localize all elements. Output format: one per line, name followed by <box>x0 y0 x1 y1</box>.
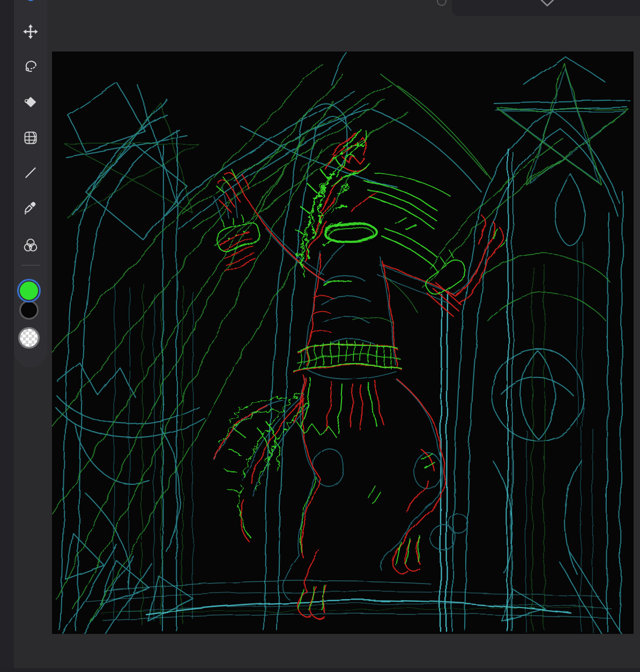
top-panel-collapse-button[interactable] <box>452 0 640 16</box>
move-tool-button[interactable] <box>20 21 41 42</box>
left-rail <box>0 0 14 672</box>
primary-color-swatch[interactable] <box>17 279 41 302</box>
fill-tool-button[interactable] <box>20 91 41 113</box>
line-icon <box>24 166 38 180</box>
transform-grid-tool-button[interactable] <box>20 127 41 149</box>
secondary-color-swatch[interactable] <box>19 300 39 320</box>
app-root: { "colors": { "bg": "#2b2b2d", "rail": "… <box>0 0 640 672</box>
bottom-bar <box>0 668 640 672</box>
artwork <box>52 51 634 634</box>
lasso-tool-button[interactable] <box>20 55 41 77</box>
color-mix-icon <box>23 238 39 254</box>
fill-icon <box>23 94 38 109</box>
tool-column <box>14 0 47 367</box>
brush-icon <box>21 0 40 3</box>
move-icon <box>23 24 39 40</box>
lasso-icon <box>23 58 38 73</box>
toolbar-divider <box>21 265 40 265</box>
line-tool-button[interactable] <box>20 162 41 183</box>
eyedropper-icon <box>23 201 38 216</box>
primary-color-fill <box>20 282 38 300</box>
partial-button-fragment <box>437 0 446 6</box>
color-mix-tool-button[interactable] <box>20 235 41 256</box>
grid-icon <box>23 130 38 145</box>
brush-tool-button[interactable] <box>20 0 41 8</box>
transparent-color-swatch[interactable] <box>18 327 40 349</box>
eyedropper-tool-button[interactable] <box>20 197 41 219</box>
drawing-canvas[interactable] <box>52 51 634 634</box>
transparent-checker <box>20 329 38 347</box>
